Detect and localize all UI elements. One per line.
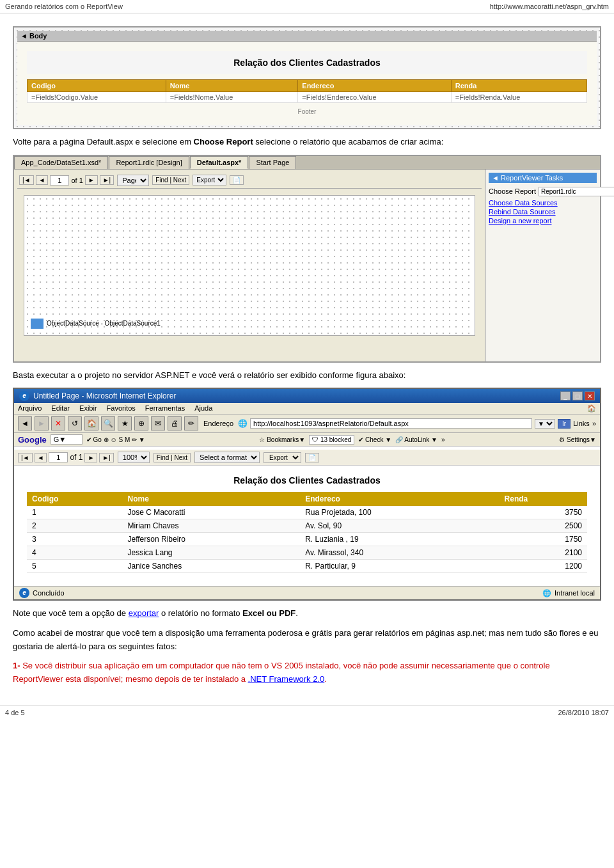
stop-btn[interactable]: ✕ [51, 416, 65, 430]
page-title-right: http://www.macoratti.net/aspn_grv.htm [490, 3, 609, 10]
viewer-zoom-select[interactable]: 100% [118, 452, 150, 463]
autolink-label[interactable]: 🔗 AutoLink ▼ [395, 436, 437, 443]
edit-icon: ✏ [188, 419, 194, 428]
report-designer-table: Codigo Nome Endereco Renda =Fields!Codig… [27, 79, 587, 103]
net-framework-link[interactable]: .NET Framework 2.0 [248, 674, 325, 684]
vs-viewer-toolbar: |◄ ◄ of 1 ► ►| Page Width 100% Find | Ne… [17, 173, 482, 189]
report-content: Relação dos Clientes Cadastrados Codigo … [14, 466, 600, 583]
browser-title-bar: e Untitled Page - Microsoft Internet Exp… [14, 389, 600, 403]
of-label: of 1 [71, 177, 83, 184]
menu-exibir[interactable]: Exibir [79, 404, 97, 413]
search-btn[interactable]: 🔍 [101, 416, 115, 430]
choose-datasources-link[interactable]: Choose Data Sources [489, 199, 597, 207]
go-btn[interactable]: Ir [558, 419, 571, 429]
search-icon: 🔍 [104, 419, 113, 428]
menu-editar[interactable]: Editar [51, 404, 70, 413]
viewer-first-btn[interactable]: |◄ [18, 453, 33, 462]
minimize-btn[interactable]: _ [560, 391, 571, 400]
rebind-datasources-link[interactable]: Rebind Data Sources [489, 208, 597, 216]
footer-datetime: 26/8/2010 18:07 [558, 709, 609, 716]
browser-title-left: e Untitled Page - Microsoft Internet Exp… [19, 391, 176, 401]
design-new-report-link[interactable]: Design a new report [489, 217, 597, 225]
export-btn[interactable]: 📄 [230, 175, 244, 185]
refresh-btn[interactable]: ↺ [68, 416, 82, 430]
print-icon: 🖨 [171, 419, 178, 428]
restore-btn[interactable]: □ [572, 391, 583, 400]
history-icon: ⊕ [138, 419, 145, 428]
zoom-select[interactable]: Page Width 100% [117, 175, 149, 186]
status-ie-icon: e [19, 588, 29, 598]
exportar-link[interactable]: exportar [129, 608, 159, 618]
browser-status-bar: e Concluído 🌐 Intranet local [14, 586, 600, 599]
print-btn[interactable]: 🖨 [168, 416, 182, 430]
find-next-btn[interactable]: Find | Next [152, 175, 189, 185]
viewer-find-next-btn[interactable]: Find | Next [154, 453, 191, 462]
back-btn[interactable]: ◄ [18, 416, 32, 430]
check-label[interactable]: ✔ Check ▼ [358, 436, 391, 443]
col-codigo-header: Codigo [28, 80, 166, 92]
close-btn[interactable]: ✕ [585, 391, 595, 400]
tab-default-aspx[interactable]: Default.aspx* [190, 156, 249, 169]
viewer-next-btn[interactable]: ► [84, 453, 97, 462]
forward-btn[interactable]: ► [35, 416, 49, 430]
datasource-component: ObjectDataSource - ObjectDataSource1 [31, 319, 161, 329]
settings-btn[interactable]: ⚙ Settings▼ [559, 436, 596, 443]
links-chevron: » [592, 420, 596, 427]
status-right: 🌐 Intranet local [542, 589, 595, 597]
google-search-input[interactable] [51, 434, 83, 445]
history-btn[interactable]: ⊕ [134, 416, 148, 430]
favorites-btn[interactable]: ★ [118, 416, 132, 430]
viewer-export-icon-btn[interactable]: 📄 [305, 453, 319, 462]
viewer-page-input[interactable] [49, 452, 68, 462]
vs-content: |◄ ◄ of 1 ► ►| Page Width 100% Find | Ne… [14, 170, 600, 361]
browser-nav-bar: ◄ ► ✕ ↺ 🏠 🔍 ★ ⊕ ✉ 🖨 ✏ Endereço 🌐 http://… [14, 414, 600, 433]
home-icon: 🏠 [87, 419, 97, 428]
export-select[interactable]: Export [193, 175, 226, 185]
table-row: 5 Janice Sanches R. Particular, 9 1200 [27, 560, 587, 573]
menu-ajuda[interactable]: Ajuda [194, 404, 212, 413]
page-footer: 4 de 5 26/8/2010 18:07 [0, 706, 614, 719]
report-col-renda: Renda [500, 492, 587, 506]
nav-first-btn[interactable]: |◄ [19, 175, 34, 185]
bookmarks-label[interactable]: ☆ Bookmarks▼ [259, 436, 305, 443]
menu-favoritos[interactable]: Favoritos [107, 404, 136, 413]
home-btn[interactable]: 🏠 [84, 416, 98, 430]
mail-btn[interactable]: ✉ [151, 416, 165, 430]
choose-report-input[interactable] [539, 187, 614, 196]
cell-num: 1 [27, 506, 122, 519]
nav-prev-btn[interactable]: ◄ [36, 175, 49, 185]
viewer-export-select[interactable]: Export [264, 452, 301, 463]
menu-ferramentas[interactable]: Ferramentas [145, 404, 185, 413]
tab-report-design[interactable]: Report1.rdlc [Design] [109, 156, 189, 169]
table-row: 1 Jose C Macoratti Rua Projetada, 100 37… [27, 506, 587, 519]
cell-renda: 1750 [500, 533, 587, 546]
status-left: e Concluído [19, 588, 65, 598]
cell-nome: Miriam Chaves [122, 519, 300, 533]
cell-renda: 3750 [500, 506, 587, 519]
report-col-endereco: Endereco [300, 492, 499, 506]
numbered-items: 1- Se você distribuir sua aplicação em u… [13, 659, 601, 686]
nav-next-btn[interactable]: ► [85, 175, 98, 185]
description2: Basta executar a o projeto no servidor A… [13, 369, 601, 382]
como-text: Como acabei de mostrar que você tem a di… [13, 627, 601, 654]
menu-arquivo[interactable]: Arquivo [18, 404, 42, 413]
viewer-last-btn[interactable]: ►| [99, 453, 114, 462]
links-label: Links [573, 420, 590, 427]
tab-start-page[interactable]: Start Page [249, 156, 296, 169]
page-number-input[interactable] [50, 175, 69, 185]
main-content: ◄ Body Relação dos Clientes Cadastrados … [0, 13, 614, 699]
address-dropdown[interactable]: ▼ [535, 419, 555, 429]
nav-last-btn[interactable]: ►| [100, 175, 114, 185]
page-navigation: |◄ ◄ of 1 ► ►| [19, 175, 114, 185]
tab-dataset[interactable]: App_Code/DataSet1.xsd* [14, 156, 108, 169]
browser-title-text: Untitled Page - Microsoft Internet Explo… [33, 391, 176, 400]
viewer-format-select[interactable]: Select a format [194, 452, 260, 463]
col-nome-header: Nome [166, 80, 298, 92]
col-endereco-header: Endereco [298, 80, 451, 92]
viewer-prev-btn[interactable]: ◄ [35, 453, 47, 462]
settings-label[interactable]: » [441, 436, 445, 443]
star-icon: ★ [122, 419, 129, 428]
address-bar[interactable]: http://localhost:1093/aspnetRelatorio/De… [250, 418, 532, 429]
edit-btn[interactable]: ✏ [184, 416, 198, 430]
cell-nome: Jessica Lang [122, 546, 300, 560]
